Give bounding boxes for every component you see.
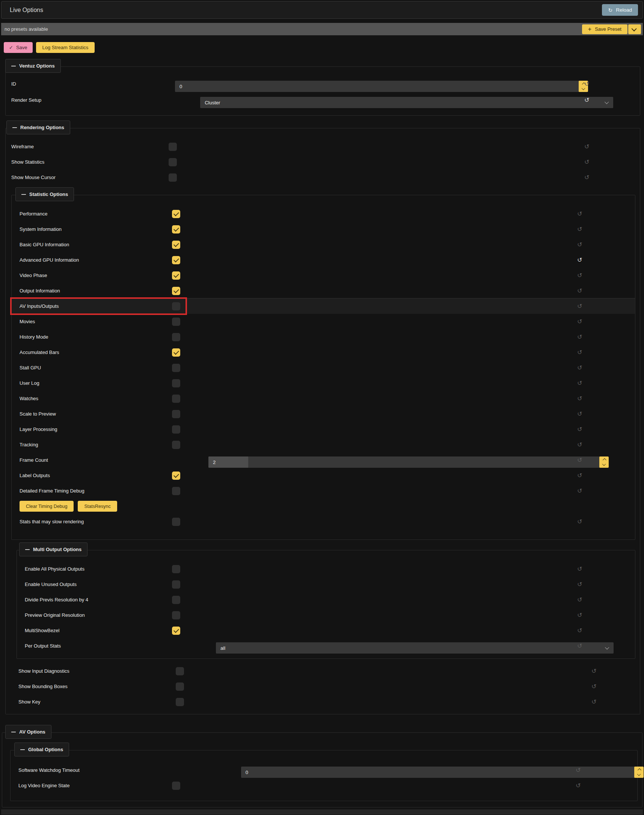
statistic-options-legend[interactable]: Statistic Options	[15, 187, 74, 201]
reset-icon[interactable]: ↺	[577, 257, 582, 263]
reset-icon[interactable]: ↺	[577, 519, 582, 525]
reset-icon[interactable]: ↺	[577, 488, 582, 494]
basic-gpu-information-checkbox[interactable]	[172, 241, 180, 249]
reset-icon[interactable]: ↺	[577, 426, 582, 432]
av-inputs-outputs-checkbox[interactable]	[172, 302, 180, 311]
enable-unused-outputs-label: Enable Unused Outputs	[17, 582, 77, 587]
clear-timing-debug-button[interactable]: Clear Timing Debug	[20, 501, 74, 512]
show-statistics-checkbox[interactable]	[169, 158, 177, 166]
software-watchdog-timeout-number-input[interactable]: 0	[241, 767, 644, 778]
multishowbezel-checkbox[interactable]	[172, 627, 180, 635]
reset-icon[interactable]: ↺	[577, 597, 582, 603]
show-mouse-cursor-checkbox[interactable]	[169, 173, 177, 182]
av-options-legend[interactable]: AV Options	[5, 725, 51, 739]
reset-icon[interactable]: ↺	[577, 211, 582, 217]
preview-original-resolution-checkbox[interactable]	[172, 611, 180, 619]
reset-icon[interactable]: ↺	[576, 783, 581, 789]
reset-icon[interactable]: ↺	[577, 365, 582, 371]
reset-icon[interactable]: ↺	[577, 566, 582, 572]
reset-icon[interactable]: ↺	[577, 242, 582, 248]
reset-icon[interactable]: ↺	[577, 643, 582, 649]
video-phase-checkbox[interactable]	[172, 271, 180, 280]
enable-all-physical-outputs-checkbox[interactable]	[172, 565, 180, 573]
reset-icon[interactable]: ↺	[577, 473, 582, 479]
reset-icon[interactable]: ↺	[577, 288, 582, 294]
reset-icon[interactable]: ↺	[577, 396, 582, 402]
spinner-down-icon	[637, 772, 641, 776]
multishowbezel-label: MultiShowBezel	[17, 628, 60, 633]
software-watchdog-timeout-spinner[interactable]	[634, 767, 644, 778]
reset-icon[interactable]: ↺	[577, 227, 582, 232]
statsresync-button[interactable]: StatsResync	[78, 501, 117, 512]
layer-processing-checkbox[interactable]	[172, 425, 180, 434]
reset-icon[interactable]: ↺	[577, 628, 582, 634]
multi-output-options-legend[interactable]: Multi Output Options	[19, 542, 87, 556]
reset-icon[interactable]: ↺	[584, 81, 589, 87]
frame-count-spinner[interactable]	[599, 457, 609, 468]
label-outputs-checkbox[interactable]	[172, 472, 180, 480]
reset-icon[interactable]: ↺	[577, 303, 582, 309]
reset-icon[interactable]: ↺	[584, 175, 589, 181]
reset-icon[interactable]: ↺	[577, 334, 582, 340]
reset-icon[interactable]: ↺	[592, 683, 596, 689]
history-mode-checkbox[interactable]	[172, 333, 180, 341]
wireframe-checkbox[interactable]	[169, 142, 177, 151]
enable-unused-outputs-checkbox[interactable]	[172, 581, 180, 588]
save-button[interactable]: ✓ Save	[4, 42, 33, 53]
reset-icon[interactable]: ↺	[584, 159, 589, 165]
output-information-checkbox[interactable]	[172, 287, 180, 295]
reset-icon[interactable]: ↺	[592, 668, 596, 674]
user-log-checkbox[interactable]	[172, 379, 180, 388]
show-key-checkbox[interactable]	[176, 698, 184, 706]
ventuz-options-legend[interactable]: Ventuz Options	[5, 59, 61, 73]
rendering-options-legend[interactable]: Rendering Options	[6, 121, 70, 135]
show-bounding-boxes-checkbox[interactable]	[176, 682, 184, 691]
tracking-checkbox[interactable]	[172, 441, 180, 449]
reset-icon[interactable]: ↺	[577, 582, 582, 588]
log-video-engine-state-checkbox[interactable]	[172, 781, 180, 790]
reset-icon[interactable]: ↺	[576, 768, 581, 773]
system-information-checkbox[interactable]	[172, 225, 180, 233]
reset-icon[interactable]: ↺	[584, 144, 589, 150]
reload-button[interactable]: ↻ Reload	[602, 4, 638, 16]
reset-icon[interactable]: ↺	[584, 97, 589, 103]
performance-checkbox[interactable]	[172, 210, 180, 218]
reset-icon[interactable]: ↺	[592, 699, 596, 705]
scale-to-preview-checkbox[interactable]	[172, 410, 180, 418]
user-log-label: User Log	[12, 380, 40, 386]
show-input-diagnostics-checkbox[interactable]	[176, 667, 184, 676]
reset-icon[interactable]: ↺	[577, 411, 582, 417]
stats-that-may-slow-rendering-checkbox[interactable]	[172, 518, 180, 526]
id-number-input[interactable]: 0	[175, 81, 588, 92]
statistic-options-panel: Statistic Options Performance↺System Inf…	[11, 195, 635, 540]
render-setup-select[interactable]: Cluster	[200, 97, 613, 108]
row-render-setup: Render SetupCluster↺	[9, 92, 640, 108]
software-watchdog-timeout-label: Software Watchdog Timeout	[11, 768, 80, 773]
save-preset-dropdown-button[interactable]	[628, 25, 641, 34]
reset-icon[interactable]: ↺	[577, 612, 582, 618]
save-preset-button[interactable]: + Save Preset	[582, 25, 627, 34]
reset-icon[interactable]: ↺	[577, 457, 582, 463]
reset-icon[interactable]: ↺	[577, 319, 582, 325]
row-tracking: Tracking↺	[12, 437, 635, 452]
per-output-stats-select[interactable]: all	[216, 642, 613, 654]
reset-icon[interactable]: ↺	[577, 349, 582, 355]
log-stream-statistics-button[interactable]: Log Stream Statistics	[36, 42, 95, 53]
log-video-engine-state-label: Log Video Engine State	[11, 783, 69, 788]
reset-icon[interactable]: ↺	[577, 273, 582, 279]
watches-label: Watches	[12, 396, 38, 401]
tracking-label: Tracking	[12, 442, 38, 447]
reset-icon[interactable]: ↺	[577, 380, 582, 386]
divide-previs-resolution-by-4-checkbox[interactable]	[172, 596, 180, 604]
advanced-gpu-information-checkbox[interactable]	[172, 256, 180, 264]
movies-checkbox[interactable]	[172, 317, 180, 326]
reset-icon[interactable]: ↺	[577, 442, 582, 448]
output-information-label: Output Information	[12, 288, 60, 294]
global-options-legend[interactable]: Global Options	[14, 743, 69, 757]
stall-gpu-checkbox[interactable]	[172, 364, 180, 372]
detailed-frame-timing-debug-checkbox[interactable]	[172, 487, 180, 495]
accumulated-bars-checkbox[interactable]	[172, 348, 180, 357]
stats-that-may-slow-rendering-label: Stats that may slow rendering	[12, 519, 84, 524]
frame-count-number-input[interactable]: 2	[209, 457, 609, 468]
watches-checkbox[interactable]	[172, 395, 180, 403]
